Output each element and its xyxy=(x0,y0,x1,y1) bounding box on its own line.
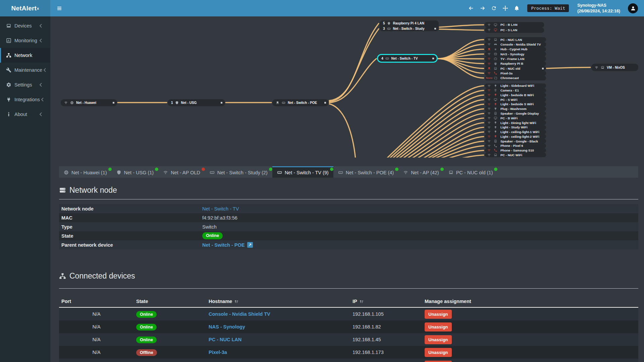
device-node-console-nvidia-shield-tv[interactable]: Console - Nvidia Shield TV xyxy=(485,42,546,47)
sidebar-item-maintenance[interactable]: Maintenance xyxy=(0,63,50,77)
tab-pc-nuc-old-1[interactable]: PC - NUC old (1) xyxy=(444,166,498,178)
process-status-badge: Process: Wait xyxy=(527,4,569,12)
device-node-camera-e1[interactable]: Camera - E1 xyxy=(485,88,546,93)
node-net-switch-poe[interactable]: Net - Switch - POE xyxy=(272,99,329,106)
node-label: Net - Switch - Study xyxy=(393,27,425,31)
tab-net-ap-42[interactable]: Net - AP (42) xyxy=(398,166,444,178)
camera-icon xyxy=(494,88,497,92)
device-node-light-bedside-s-wifi[interactable]: Light - bedside S WiFi xyxy=(485,102,546,107)
unassign-button[interactable]: Unassign xyxy=(425,310,452,319)
tab-net-usg-1[interactable]: Net - USG (1) xyxy=(112,166,159,178)
sidebar-item-network[interactable]: Network xyxy=(0,48,50,63)
sidebar-item-settings[interactable]: Settings xyxy=(0,77,50,92)
globe-icon xyxy=(70,101,74,105)
device-node-plug-washroom[interactable]: Plug - Washroom xyxy=(485,107,546,111)
device-node-nas-synology[interactable]: NAS - Synology xyxy=(485,52,546,56)
tab-net-huawei-1[interactable]: Net - Huawei (1) xyxy=(59,166,112,178)
node-vm-nixos[interactable]: VM - NixOS xyxy=(591,64,638,71)
device-node-pixel-3a[interactable]: Pixel-3a xyxy=(485,71,546,75)
device-node-chromecast[interactable]: NoneChromecast xyxy=(485,76,546,80)
bell-icon[interactable] xyxy=(514,5,520,11)
unassign-button[interactable]: Unassign xyxy=(425,335,452,344)
node-label: Net - Switch - TV xyxy=(391,57,418,60)
wifi-icon xyxy=(487,71,491,75)
sidebar-item-about[interactable]: About xyxy=(0,107,50,122)
node-net-switch-study[interactable]: 3Net - Switch - Study xyxy=(380,26,439,31)
wifi-icon xyxy=(487,52,491,56)
switch-icon xyxy=(385,57,389,60)
sidebar-item-integrations[interactable]: Integrations xyxy=(0,92,50,107)
arrow-right-icon[interactable] xyxy=(480,5,485,11)
device-node-phone-pixel-6[interactable]: Phone - Pixel 6 xyxy=(485,143,546,148)
parent-node-link[interactable]: Net - Switch - POE xyxy=(202,242,245,248)
device-node-light-dining-light-wifi[interactable]: Light - Dining light WiFi xyxy=(485,120,546,125)
node-net-huawei[interactable]: Net - Huawei xyxy=(61,99,117,106)
device-node-hub-cygnet-hub[interactable]: Hub - Cygnet Hub xyxy=(485,47,546,52)
globe-icon xyxy=(64,170,69,175)
sidebar-item-monitoring[interactable]: Monitoring xyxy=(0,33,50,48)
device-node-tv-frame-lan[interactable]: TV - Frame LAN xyxy=(485,56,546,61)
sidebar-item-label: Network xyxy=(14,53,32,58)
device-node-pc-b-wifi[interactable]: PC - B WiFi xyxy=(485,116,546,120)
node-cluster-study: 5Raspberry Pi 4 LAN3Net - Switch - Study xyxy=(380,20,439,31)
device-node-speaker-google-display[interactable]: Speaker - Google Display xyxy=(485,111,546,116)
wifi-icon xyxy=(487,103,491,106)
laptop-icon xyxy=(494,67,497,70)
device-node-pc-s-lan[interactable]: PC - S LAN xyxy=(485,27,544,33)
device-node-pc-nuc-wifi[interactable]: PC - NUC WiFi xyxy=(485,153,546,157)
external-link-icon[interactable] xyxy=(247,242,253,248)
device-label: Speaker - Google Display xyxy=(500,112,539,115)
hostname-link[interactable]: Pixel-3a xyxy=(209,350,227,355)
user-avatar[interactable] xyxy=(628,3,638,13)
device-node-light-sideboard-wifi[interactable]: Light - Sideboard WiFi xyxy=(485,83,546,88)
device-node-light-ceiling-light-1-wifi[interactable]: Light - ceiling-light-1 WiFi xyxy=(485,130,546,134)
device-node-raspberry-pi-b[interactable]: Raspberry Pi B xyxy=(485,61,546,66)
device-node-phone-samsung-s10[interactable]: Phone - Samsung S10 xyxy=(485,148,546,153)
node-raspberry-pi-4-lan[interactable]: 5Raspberry Pi 4 LAN xyxy=(380,20,439,26)
node-net-usg[interactable]: 1Net - USG xyxy=(168,99,225,106)
arrow-left-icon[interactable] xyxy=(468,5,474,11)
tab-net-switch-study-2[interactable]: Net - Switch - Study (2) xyxy=(205,166,272,178)
hostname-cell: Pixel-3a xyxy=(206,350,350,355)
device-node-light-study-wifi[interactable]: Light - Study WiFi xyxy=(485,125,546,130)
unassign-button[interactable]: Unassign xyxy=(425,361,452,362)
device-node-pc-nuc-lan[interactable]: PC - NUC LAN xyxy=(485,37,546,42)
topbar: NetAlertx Process: Wait Synology-NAS (26… xyxy=(0,0,644,16)
device-node-speaker-google-black[interactable]: Speaker - Google - Black xyxy=(485,139,546,143)
device-node-light-bedside-b-wifi[interactable]: Light - bedside B WiFi xyxy=(485,93,546,98)
column-header-ip[interactable]: IP xyxy=(350,299,422,307)
device-node-pc-b-lan[interactable]: PC - B LAN xyxy=(485,22,544,27)
device-node-pc-nuc-old[interactable]: PC - NUC old xyxy=(485,66,546,71)
tab-net-switch-poe-4[interactable]: Net - Switch - POE (4) xyxy=(333,166,398,178)
connected-count: 1 xyxy=(171,101,173,105)
hostname-link[interactable]: Console - Nvidia Shield TV xyxy=(209,311,270,317)
edge-line xyxy=(329,59,376,103)
device-group-wifi: Light - Sideboard WiFiCamera - E1Light -… xyxy=(485,83,546,157)
device-node-light-ceiling-light-2-wifi[interactable]: Light - ceiling-light-2 WiFi xyxy=(485,134,546,139)
device-node-pc-s-wifi[interactable]: PC - S WiFi xyxy=(485,97,546,102)
node-link[interactable]: Net - Switch - TV xyxy=(202,206,239,212)
sidebar-item-devices[interactable]: Devices xyxy=(0,18,50,33)
topology-edges xyxy=(50,16,644,158)
wifi-icon xyxy=(487,62,491,66)
network-topology-diagram[interactable]: Net - Huawei1Net - USGNet - Switch - POE… xyxy=(50,16,644,158)
sidebar-toggle-icon[interactable] xyxy=(56,5,62,11)
unassign-button[interactable]: Unassign xyxy=(425,322,452,331)
hostname-link[interactable]: NAS - Synology xyxy=(209,324,245,329)
hostname-link[interactable]: PC - NUC LAN xyxy=(209,337,241,342)
node-net-switch-tv[interactable]: 4Net - Switch - TV xyxy=(377,54,438,63)
raspberry-icon xyxy=(494,62,497,66)
unassign-button[interactable]: Unassign xyxy=(425,348,452,357)
connector-square xyxy=(542,68,544,69)
port-cell: N/A xyxy=(59,337,134,342)
tab-net-ap-old[interactable]: Net - AP OLD xyxy=(158,166,205,178)
move-icon[interactable] xyxy=(502,5,508,11)
app-logo[interactable]: NetAlertx xyxy=(0,0,50,16)
tab-label: Net - Huawei (1) xyxy=(71,170,107,175)
device-label: Light - bedside S WiFi xyxy=(500,102,534,106)
refresh-icon[interactable] xyxy=(491,5,497,11)
manage-cell: Unassign xyxy=(422,322,638,331)
column-header-hostname[interactable]: Hostname xyxy=(206,299,350,307)
tab-net-switch-tv-9[interactable]: Net - Switch - TV (9) xyxy=(272,166,333,178)
connected-count: 3 xyxy=(383,27,385,31)
